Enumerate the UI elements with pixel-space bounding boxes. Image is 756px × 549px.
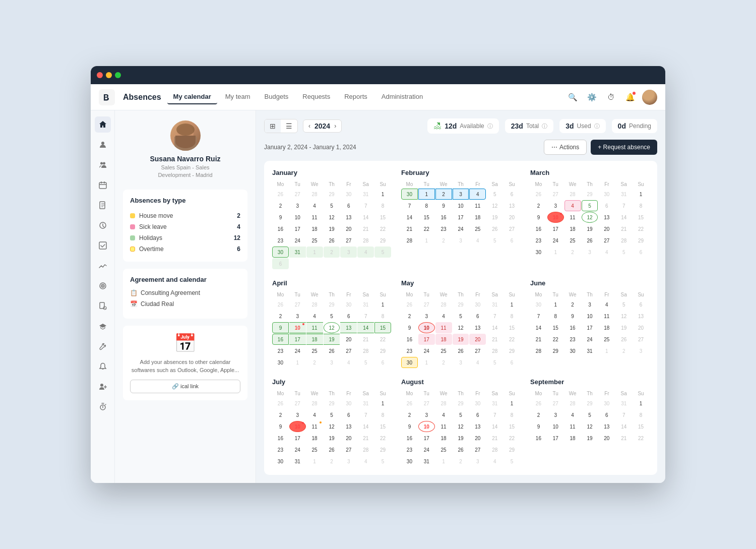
cal-day[interactable]: 5 — [503, 456, 520, 467]
cal-day[interactable]: 18 — [306, 223, 323, 234]
cal-day[interactable]: 19 — [324, 223, 340, 234]
cal-day[interactable]: 30 — [340, 189, 357, 200]
cal-day[interactable]: 26 — [272, 299, 289, 310]
cal-day[interactable]: 10 — [289, 322, 306, 333]
cal-day[interactable]: 5 — [582, 200, 598, 211]
cal-day[interactable]: 14 — [615, 421, 632, 432]
tab-administration[interactable]: Administration — [375, 90, 429, 104]
cal-day[interactable]: 9 — [401, 322, 418, 333]
cal-day[interactable]: 27 — [340, 444, 357, 455]
cal-day-today[interactable]: 10 — [547, 212, 564, 223]
cal-day[interactable]: 1 — [503, 398, 520, 409]
cal-day[interactable]: 29 — [503, 345, 520, 356]
sidebar-icon-calendar[interactable] — [95, 177, 111, 193]
cal-day[interactable]: 8 — [503, 409, 520, 420]
cal-day[interactable]: 4 — [469, 235, 486, 246]
cal-day[interactable]: 11 — [564, 421, 581, 432]
cal-day[interactable]: 27 — [503, 223, 520, 234]
cal-day[interactable]: 10 — [289, 421, 306, 432]
cal-day[interactable]: 28 — [435, 299, 452, 310]
cal-day[interactable]: 12 — [453, 322, 469, 333]
cal-day[interactable]: 27 — [547, 189, 564, 200]
cal-day[interactable]: 27 — [469, 444, 486, 455]
cal-day[interactable]: 27 — [289, 299, 306, 310]
cal-day[interactable]: 1 — [598, 345, 615, 356]
cal-day[interactable]: 1 — [547, 299, 564, 310]
cal-day[interactable]: 7 — [615, 409, 632, 420]
cal-day[interactable]: 20 — [598, 433, 615, 444]
cal-day[interactable]: 1 — [374, 189, 391, 200]
cal-day[interactable]: 2 — [324, 247, 340, 258]
sidebar-icon-target[interactable] — [95, 278, 111, 294]
cal-day[interactable]: 27 — [289, 398, 306, 409]
cal-day[interactable]: 13 — [340, 421, 357, 432]
cal-day[interactable]: 21 — [615, 433, 632, 444]
cal-day[interactable]: 30 — [598, 189, 615, 200]
cal-day[interactable]: 9 — [401, 421, 418, 432]
cal-day[interactable]: 24 — [289, 444, 306, 455]
cal-day[interactable]: 15 — [633, 421, 649, 432]
grid-view-button[interactable]: ⊞ — [265, 119, 281, 133]
cal-day[interactable]: 3 — [633, 345, 649, 356]
cal-day[interactable]: 2 — [530, 200, 547, 211]
actions-button[interactable]: ⋯ Actions — [544, 140, 587, 155]
cal-day[interactable]: 20 — [503, 212, 520, 223]
tab-reports[interactable]: Reports — [338, 90, 373, 104]
cal-day[interactable]: 5 — [615, 247, 632, 258]
list-view-button[interactable]: ☰ — [281, 119, 297, 133]
cal-day[interactable]: 26 — [615, 334, 632, 345]
cal-day[interactable]: 26 — [530, 189, 547, 200]
cal-day[interactable]: 22 — [418, 223, 435, 234]
cal-day[interactable]: 31 — [486, 398, 503, 409]
cal-day[interactable]: 29 — [374, 235, 391, 246]
cal-day[interactable]: 24 — [289, 345, 306, 356]
available-info-icon[interactable]: ⓘ — [487, 123, 493, 130]
cal-day[interactable]: 15 — [633, 212, 649, 223]
cal-day[interactable]: 8 — [633, 200, 649, 211]
cal-day[interactable]: 11 — [435, 421, 452, 432]
cal-day[interactable]: 6 — [633, 299, 649, 310]
cal-day[interactable]: 6 — [340, 311, 357, 322]
cal-day[interactable]: 15 — [418, 212, 435, 223]
cal-day[interactable]: 29 — [547, 345, 564, 356]
cal-day[interactable]: 28 — [530, 345, 547, 356]
cal-day[interactable]: 3 — [340, 247, 357, 258]
cal-day[interactable]: 12 — [324, 421, 340, 432]
cal-day[interactable]: 13 — [598, 212, 615, 223]
cal-day[interactable]: 1 — [306, 247, 323, 258]
cal-day[interactable]: 5 — [453, 409, 469, 420]
cal-day[interactable]: 5 — [582, 409, 598, 420]
cal-day[interactable]: 5 — [453, 311, 469, 322]
cal-day[interactable]: 8 — [547, 311, 564, 322]
total-info-icon[interactable]: ⓘ — [542, 123, 547, 130]
cal-day[interactable]: 1 — [374, 299, 391, 310]
cal-day[interactable]: 26 — [324, 345, 340, 356]
search-icon[interactable]: 🔍 — [565, 90, 580, 104]
cal-day[interactable]: 23 — [401, 345, 418, 356]
cal-day[interactable]: 27 — [340, 235, 357, 246]
cal-day[interactable]: 26 — [582, 235, 598, 246]
cal-day[interactable]: 29 — [324, 398, 340, 409]
cal-day[interactable]: 28 — [306, 299, 323, 310]
cal-day[interactable]: 20 — [340, 433, 357, 444]
cal-day[interactable]: 28 — [357, 235, 374, 246]
cal-day[interactable]: 14 — [357, 421, 374, 432]
cal-day[interactable]: 12 — [582, 212, 598, 223]
cal-day[interactable]: 4 — [564, 200, 581, 211]
cal-day[interactable]: 4 — [469, 189, 486, 200]
cal-day[interactable]: 24 — [289, 235, 306, 246]
cal-day[interactable]: 4 — [357, 456, 374, 467]
cal-day[interactable]: 18 — [435, 433, 452, 444]
cal-day[interactable]: 31 — [357, 189, 374, 200]
cal-day[interactable]: 4 — [564, 409, 581, 420]
ical-link-button[interactable]: 🔗 ical link — [130, 380, 240, 393]
cal-day[interactable]: 28 — [564, 189, 581, 200]
cal-day[interactable]: 20 — [598, 223, 615, 234]
cal-day[interactable]: 14 — [357, 322, 374, 333]
cal-day[interactable]: 17 — [418, 334, 435, 345]
sidebar-icon-check[interactable] — [95, 237, 111, 254]
sidebar-icon-timer[interactable] — [95, 399, 111, 415]
cal-day[interactable]: 8 — [374, 409, 391, 420]
cal-day[interactable]: 1 — [374, 398, 391, 409]
cal-day[interactable]: 16 — [272, 334, 289, 345]
